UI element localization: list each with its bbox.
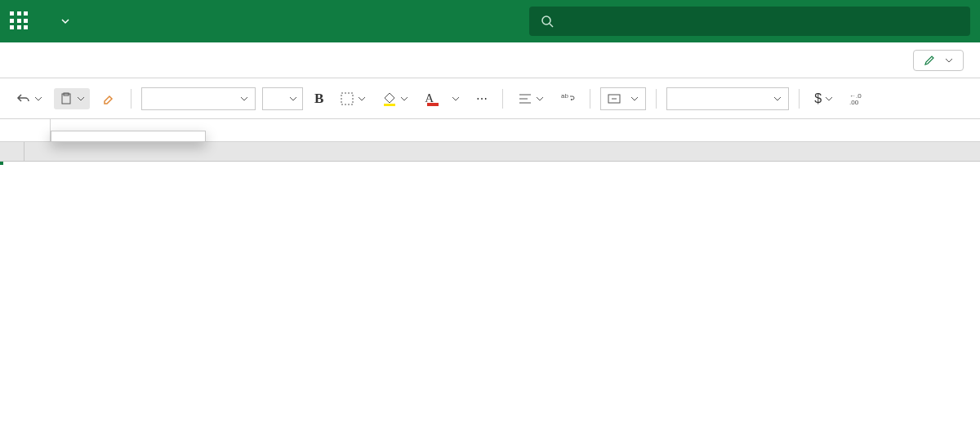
clipboard-context-menu xyxy=(51,131,206,142)
document-title[interactable] xyxy=(56,16,70,26)
font-size-select[interactable] xyxy=(262,87,303,110)
merge-button[interactable] xyxy=(600,87,646,110)
more-font-button[interactable]: ⋯ xyxy=(471,89,492,109)
ribbon-toolbar: B A ⋯ ab $ ←.0.00 xyxy=(0,78,980,119)
svg-text:.00: .00 xyxy=(849,99,859,106)
svg-rect-6 xyxy=(427,103,439,106)
spreadsheet-grid[interactable] xyxy=(0,142,980,162)
app-launcher-icon[interactable] xyxy=(10,11,29,31)
svg-rect-5 xyxy=(384,104,395,106)
chevron-down-icon xyxy=(60,16,70,26)
clipboard-button[interactable] xyxy=(54,88,90,109)
bold-button[interactable]: B xyxy=(310,87,328,110)
ribbon-tabs xyxy=(0,42,980,78)
align-button[interactable] xyxy=(513,88,549,109)
svg-line-1 xyxy=(550,24,553,27)
currency-button[interactable]: $ xyxy=(809,88,838,109)
search-input[interactable] xyxy=(562,15,959,29)
search-box[interactable] xyxy=(529,7,970,36)
font-color-button[interactable]: A xyxy=(420,88,465,109)
chevron-down-icon xyxy=(945,56,953,64)
undo-button[interactable] xyxy=(11,88,47,109)
svg-text:ab: ab xyxy=(561,92,568,100)
font-family-select[interactable] xyxy=(141,87,256,110)
pencil-icon xyxy=(924,55,935,66)
svg-rect-4 xyxy=(341,93,353,104)
decimal-button[interactable]: ←.0.00 xyxy=(844,88,871,109)
selection-border xyxy=(0,162,3,165)
fill-color-button[interactable] xyxy=(377,88,413,109)
borders-button[interactable] xyxy=(335,88,371,109)
select-all-corner[interactable] xyxy=(0,142,24,161)
editing-mode-button[interactable] xyxy=(913,50,964,71)
number-format-select[interactable] xyxy=(666,87,789,110)
name-box[interactable] xyxy=(0,119,51,141)
wrap-text-button[interactable]: ab xyxy=(555,88,580,109)
search-icon xyxy=(541,15,554,28)
format-painter-button[interactable] xyxy=(96,88,121,109)
svg-point-0 xyxy=(542,16,550,24)
